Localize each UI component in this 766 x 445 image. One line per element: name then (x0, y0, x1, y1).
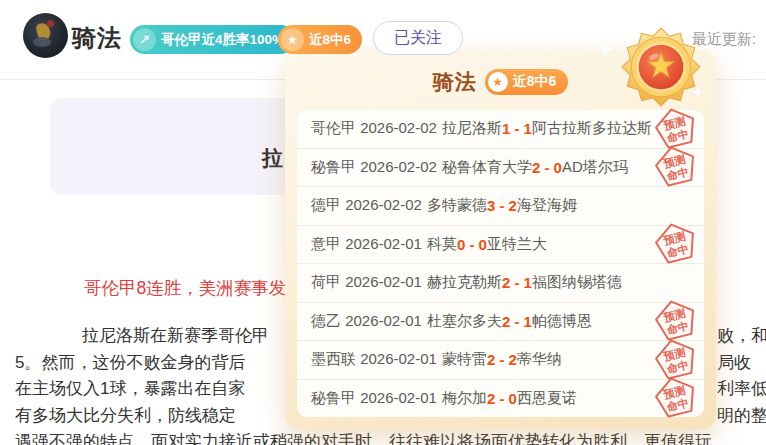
match-league-date: 哥伦甲 2026-02-02 (311, 119, 437, 138)
recent-record-badge: ★ 近8中6 (278, 25, 362, 54)
match-home-team: 秘鲁体育大学 (442, 158, 532, 177)
match-score: 2 - 2 (487, 351, 517, 368)
match-score: 1 - 1 (502, 120, 532, 137)
match-score: 3 - 2 (487, 197, 517, 214)
match-row[interactable]: 秘鲁甲 2026-02-02秘鲁体育大学2 - 0AD塔尔玛预测命中 (297, 149, 704, 188)
last-update-label: 最近更新: (692, 30, 756, 49)
match-score: 2 - 1 (502, 313, 532, 330)
prediction-hit-stamp: 预测命中 (648, 371, 703, 425)
match-row[interactable]: 哥伦甲 2026-02-02拉尼洛斯1 - 1阿古拉斯多拉达斯预测命中 (297, 110, 704, 149)
match-score: 2 - 1 (502, 274, 532, 291)
star-icon: ★ (281, 28, 304, 51)
match-away-team: 亚特兰大 (487, 235, 547, 254)
match-league-date: 荷甲 2026-02-01 (311, 273, 422, 292)
recent-record-label: 近8中6 (309, 31, 351, 49)
match-score: 2 - 0 (487, 390, 517, 407)
win-rate-badge: ↗ 哥伦甲近4胜率100% (130, 25, 295, 54)
match-league-date: 德乙 2026-02-01 (311, 312, 422, 331)
match-row[interactable]: 荷甲 2026-02-01赫拉克勒斯2 - 1福图纳锡塔德 (297, 264, 704, 303)
avatar[interactable] (23, 13, 68, 58)
match-score: 0 - 0 (457, 236, 487, 253)
match-row[interactable]: 意甲 2026-02-01科莫0 - 0亚特兰大预测命中 (297, 226, 704, 265)
match-row[interactable]: 秘鲁甲 2026-02-01梅尔加2 - 0西恩夏诺预测命中 (297, 380, 704, 418)
match-league-date: 秘鲁甲 2026-02-01 (311, 389, 437, 408)
match-home-team: 拉尼洛斯 (442, 119, 502, 138)
article-red-heading: 哥伦甲8连胜，美洲赛事发 (84, 276, 286, 300)
username: 骑法 (72, 22, 122, 54)
article-text-line: 遇强不强的特点，面对实力接近或稍强的对手时，往往难以将场面优势转化为胜利，更值得… (0, 428, 766, 445)
match-away-team: AD塔尔玛 (562, 158, 628, 177)
match-home-team: 梅尔加 (442, 389, 487, 408)
prediction-popup: 骑法 ★ 近8中6 哥伦甲 2026-02-02拉尼洛斯1 - 1阿古拉斯多拉达… (285, 50, 716, 429)
match-row[interactable]: 德甲 2026-02-02多特蒙德3 - 2海登海姆 (297, 187, 704, 226)
win-rate-label: 哥伦甲近4胜率100% (161, 31, 284, 49)
match-away-team: 阿古拉斯多拉达斯 (532, 119, 652, 138)
match-home-team: 赫拉克勒斯 (427, 273, 502, 292)
match-list: 哥伦甲 2026-02-02拉尼洛斯1 - 1阿古拉斯多拉达斯预测命中秘鲁甲 2… (297, 110, 704, 417)
match-away-team: 福图纳锡塔德 (532, 273, 622, 292)
page: 拉 哥伦甲8连胜，美洲赛事发 拉尼洛斯在新赛季哥伦甲败，和5。然而，这份不败金身… (0, 0, 766, 445)
match-league-date: 意甲 2026-02-01 (311, 235, 422, 254)
match-away-team: 帕德博恩 (532, 312, 592, 331)
match-league-date: 秘鲁甲 2026-02-02 (311, 158, 437, 177)
match-row[interactable]: 墨西联 2026-02-01蒙特雷2 - 2蒂华纳预测命中 (297, 341, 704, 380)
followed-button[interactable]: 已关注 (373, 21, 463, 55)
trend-up-icon: ↗ (133, 28, 156, 51)
match-league-date: 墨西联 2026-02-01 (311, 350, 437, 369)
match-home-team: 蒙特雷 (442, 350, 487, 369)
match-home-team: 科莫 (427, 235, 457, 254)
match-league-date: 德甲 2026-02-02 (311, 196, 422, 215)
top-header: 骑法 ↗ 哥伦甲近4胜率100% ★ 近8中6 已关注 最近更新: (0, 0, 766, 80)
match-away-team: 蒂华纳 (517, 350, 562, 369)
match-home-team: 多特蒙德 (427, 196, 487, 215)
match-home-team: 杜塞尔多夫 (427, 312, 502, 331)
match-away-team: 海登海姆 (517, 196, 577, 215)
match-title-fragment: 拉 (262, 144, 283, 172)
match-score: 2 - 0 (532, 159, 562, 176)
match-away-team: 西恩夏诺 (517, 389, 577, 408)
match-row[interactable]: 德乙 2026-02-01杜塞尔多夫2 - 1帕德博恩预测命中 (297, 303, 704, 342)
